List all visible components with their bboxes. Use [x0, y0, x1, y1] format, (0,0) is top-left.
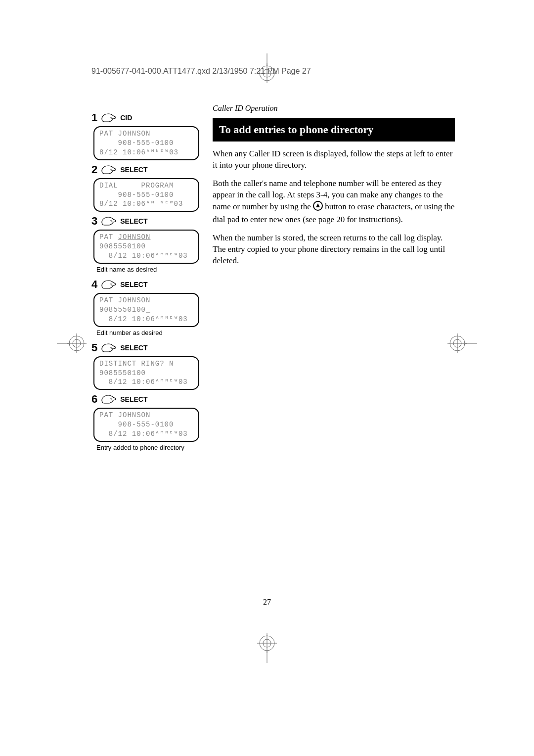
lcd-screen: PAT JOHNSON 908-555-01008/12 10:06ᴬᴹᴺᴱᵂ0…: [93, 126, 199, 160]
step-header: 3SELECT: [91, 215, 200, 228]
page-number: 27: [0, 598, 534, 607]
press-finger-icon: [100, 279, 117, 290]
step-1: 1CIDPAT JOHNSON 908-555-01008/12 10:06ᴬᴹ…: [91, 111, 200, 160]
step-label: SELECT: [120, 395, 147, 403]
step-4: 4SELECTPAT JOHNSON9085550100_ 8/12 10:06…: [91, 278, 200, 336]
lcd-line: PAT JOHNSON: [99, 296, 193, 305]
step-header: 1CID: [91, 111, 200, 124]
lcd-line: 908-555-0100: [99, 190, 193, 200]
press-finger-icon: [100, 393, 117, 405]
lcd-line: 8/12 10:06ᴬᴹ ᴺᴱᵂ03: [99, 199, 193, 209]
lcd-line: 9085550100: [99, 242, 193, 251]
steps-column: 1CIDPAT JOHNSON 908-555-01008/12 10:06ᴬᴹ…: [91, 111, 200, 456]
step-number: 4: [91, 278, 97, 291]
content-column: Caller ID Operation To add entries to ph…: [213, 104, 455, 273]
step-5: 5SELECTDISTINCT RING? N9085550100 8/12 1…: [91, 341, 200, 390]
lcd-line: 8/12 10:06ᴬᴹᴺᴱᵂ03: [99, 378, 193, 387]
press-finger-icon: [100, 215, 117, 227]
paragraph-1: When any Caller ID screen is displayed, …: [213, 148, 455, 171]
svg-marker-21: [316, 203, 320, 207]
press-finger-icon: [100, 112, 117, 124]
lcd-screen: PAT JOHNSON 908-555-0100 8/12 10:06ᴬᴹᴺᴱᵂ…: [93, 408, 199, 442]
lcd-line: 9085550100: [99, 369, 193, 378]
paragraph-3: When the number is stored, the screen re…: [213, 233, 455, 267]
crop-mark-right-icon: [447, 329, 477, 358]
lcd-line: 8/12 10:06ᴬᴹᴺᴱᵂ03: [99, 429, 193, 439]
press-finger-icon: [100, 164, 117, 176]
step-header: 5SELECT: [91, 341, 200, 354]
step-number: 5: [91, 341, 97, 354]
step-label: CID: [120, 114, 132, 122]
step-caption: Edit name as desired: [96, 266, 200, 273]
step-label: SELECT: [120, 344, 147, 352]
crop-mark-left-icon: [57, 329, 87, 358]
page-title: To add entries to phone directory: [213, 118, 455, 142]
lcd-line: PAT JOHNSON: [99, 129, 193, 139]
lcd-line: PAT JOHNSON: [99, 411, 193, 420]
lcd-screen: DISTINCT RING? N9085550100 8/12 10:06ᴬᴹᴺ…: [93, 356, 199, 390]
press-finger-icon: [100, 342, 117, 354]
step-caption: Entry added to phone directory: [96, 444, 200, 451]
lcd-line: 8/12 10:06ᴬᴹᴺᴱᵂ03: [99, 315, 193, 324]
step-caption: Edit number as desired: [96, 329, 200, 336]
lcd-screen: PAT JOHNSON9085550100_ 8/12 10:06ᴬᴹᴺᴱᵂ03: [93, 293, 199, 327]
step-2: 2SELECTDIAL PROGRAM 908-555-01008/12 10:…: [91, 163, 200, 212]
print-header: 91-005677-041-000.ATT1477.qxd 2/13/1950 …: [91, 67, 311, 76]
lcd-screen: DIAL PROGRAM 908-555-01008/12 10:06ᴬᴹ ᴺᴱ…: [93, 178, 199, 212]
step-number: 6: [91, 393, 97, 406]
lcd-line: 908-555-0100: [99, 139, 193, 148]
lcd-line: DISTINCT RING? N: [99, 359, 193, 369]
step-number: 3: [91, 215, 97, 228]
step-header: 2SELECT: [91, 163, 200, 176]
lcd-line: 908-555-0100: [99, 420, 193, 429]
lcd-line: PAT JOHNSON: [99, 233, 193, 242]
lcd-line: DIAL PROGRAM: [99, 181, 193, 190]
step-label: SELECT: [120, 281, 147, 288]
step-number: 2: [91, 163, 97, 176]
step-6: 6SELECTPAT JOHNSON 908-555-0100 8/12 10:…: [91, 393, 200, 451]
body-text: When any Caller ID screen is displayed, …: [213, 148, 455, 266]
lcd-line: 8/12 10:06ᴬᴹᴺᴱᵂ03: [99, 251, 193, 261]
paragraph-2: Both the caller's name and telephone num…: [213, 178, 455, 226]
lcd-screen: PAT JOHNSON9085550100 8/12 10:06ᴬᴹᴺᴱᵂ03: [93, 230, 199, 264]
lcd-line: 9085550100_: [99, 305, 193, 315]
step-label: SELECT: [120, 166, 147, 174]
step-label: SELECT: [120, 217, 147, 225]
step-number: 1: [91, 111, 97, 124]
volume-button-icon: [313, 201, 323, 214]
lcd-line: 8/12 10:06ᴬᴹᴺᴱᵂ03: [99, 148, 193, 157]
step-header: 4SELECT: [91, 278, 200, 291]
section-label: Caller ID Operation: [213, 104, 455, 113]
step-header: 6SELECT: [91, 393, 200, 406]
step-3: 3SELECTPAT JOHNSON9085550100 8/12 10:06ᴬ…: [91, 215, 200, 273]
crop-mark-bottom-icon: [252, 633, 282, 663]
